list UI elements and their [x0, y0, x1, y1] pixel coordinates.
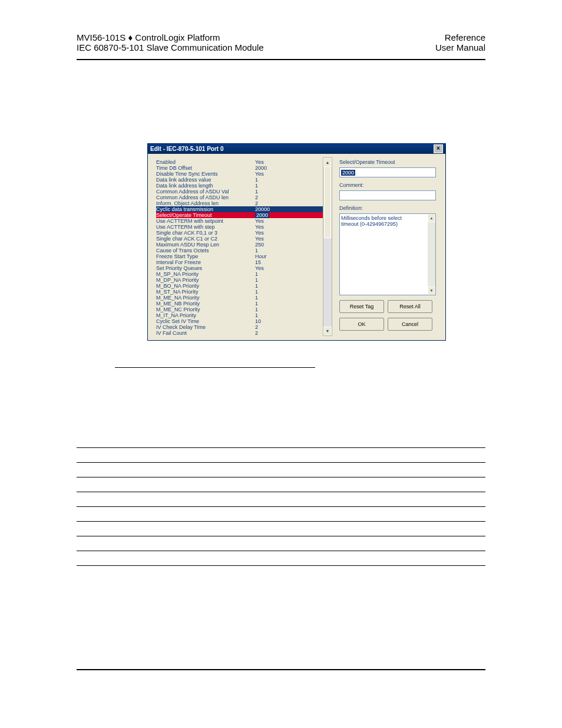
param-value: 1 [255, 183, 290, 189]
param-value: Yes [255, 171, 290, 177]
scroll-thumb[interactable] [324, 166, 331, 238]
param-value: 1 [255, 248, 290, 253]
comment-input[interactable] [339, 190, 436, 200]
dialog-title: Edit - IEC-870-5-101 Port 0 [150, 144, 223, 154]
param-value: 1 [255, 283, 290, 289]
param-label: M_DP_NA Priority [156, 277, 255, 283]
definition-label: Definition: [339, 205, 439, 211]
param-label: Common Address of ASDU len [156, 195, 255, 200]
header-manual: User Manual [435, 42, 485, 52]
param-label: IV Fail Count [156, 330, 255, 336]
param-label: Cyclic data transmission [156, 206, 255, 212]
param-label: Use ACTTERM with step [156, 224, 255, 230]
reset-all-button[interactable]: Reset All [388, 300, 432, 313]
param-value: 1 [255, 289, 290, 295]
page-header: MVI56-101S ♦ ControlLogix Platform IEC 6… [77, 32, 485, 52]
scroll-up-icon[interactable]: ▲ [428, 214, 435, 222]
param-label: Cyclic Set IV Time [156, 318, 255, 324]
param-value: 1 [255, 277, 290, 283]
note-line [77, 433, 485, 448]
close-icon[interactable]: × [434, 144, 443, 153]
note-line [77, 522, 485, 536]
param-label: Cause of Trans Octets [156, 248, 255, 253]
param-label: Maximum ASDU Resp Len [156, 242, 255, 248]
param-value: 20000 [255, 206, 290, 212]
reset-tag-button[interactable]: Reset Tag [339, 300, 384, 313]
param-value: 1 [255, 307, 290, 312]
param-label: Select/Operate Timeout [156, 212, 255, 218]
param-value: 1 [255, 295, 290, 301]
param-label: Interval For Freeze [156, 259, 255, 265]
param-value: Yes [255, 159, 290, 165]
param-label: M_ME_NB Priority [156, 301, 255, 307]
note-line [77, 477, 485, 492]
param-value: 1 [255, 312, 290, 318]
field-name-label: Select/Operate Timeout [339, 159, 439, 165]
param-value: 2 [255, 330, 290, 336]
param-label: Data link address value [156, 177, 255, 183]
section-heading [115, 365, 315, 368]
param-label: M_SP_NA Priority [156, 271, 255, 277]
param-value: Yes [255, 218, 290, 224]
param-label: M_ME_NC Priority [156, 307, 255, 312]
param-value: 1 [255, 301, 290, 307]
definition-scrollbar[interactable]: ▲ ▼ [428, 214, 435, 295]
value-input[interactable]: 2000 [339, 167, 436, 177]
comment-label: Comment: [339, 182, 439, 188]
param-value: 2 [255, 324, 290, 330]
param-label: Use ACTTERM with setpoint [156, 218, 255, 224]
note-line [77, 448, 485, 463]
definition-text: Milliseconds before select [341, 215, 434, 221]
header-product: MVI56-101S ♦ ControlLogix Platform [77, 32, 264, 42]
param-label: Inform. Object Address len [156, 200, 255, 206]
parameter-list[interactable]: EnabledYes Time DB Offset2000 Disable Ti… [151, 157, 324, 336]
notes-lines [77, 433, 485, 566]
param-value: 1 [255, 271, 290, 277]
param-value: 1 [255, 177, 290, 183]
header-module: IEC 60870-5-101 Slave Communication Modu… [77, 42, 264, 52]
list-scrollbar[interactable]: ▲ ▼ [323, 157, 332, 336]
param-value: Yes [255, 224, 290, 230]
param-label: Data link address length [156, 183, 255, 189]
header-reference: Reference [435, 32, 485, 42]
param-value: 2000 [255, 212, 269, 218]
header-right: Reference User Manual [435, 32, 485, 52]
definition-box: Milliseconds before select timeout (0-42… [339, 213, 436, 295]
scroll-up-icon[interactable]: ▲ [323, 158, 332, 167]
dialog-titlebar: Edit - IEC-870-5-101 Port 0 × [148, 144, 445, 154]
detail-panel: Select/Operate Timeout 2000 Comment: Def… [337, 157, 442, 336]
note-line [77, 463, 485, 477]
param-label: Single char ACK C1 or C2 [156, 236, 255, 242]
param-label: Common Address of ASDU Val [156, 189, 255, 195]
param-label: Time DB Offset [156, 165, 255, 171]
ok-button[interactable]: OK [339, 318, 384, 331]
footer-rule [77, 669, 485, 670]
param-label: Single char ACK F0,1 or 3 [156, 230, 255, 236]
cancel-button[interactable]: Cancel [388, 318, 432, 331]
scroll-down-icon[interactable]: ▼ [323, 327, 332, 335]
note-line [77, 536, 485, 551]
param-value: Hour [255, 253, 290, 259]
edit-dialog: Edit - IEC-870-5-101 Port 0 × EnabledYes… [147, 143, 446, 341]
param-label: M_ST_NA Priority [156, 289, 255, 295]
param-label: M_IT_NA Priority [156, 312, 255, 318]
param-value: Yes [255, 230, 290, 236]
param-value: Yes [255, 236, 290, 242]
definition-text: timeout (0-4294967295) [341, 221, 434, 227]
note-line [77, 507, 485, 522]
param-label: Set Priority Queues [156, 265, 255, 271]
param-value: Yes [255, 265, 290, 271]
param-value: 10 [255, 318, 290, 324]
header-rule [77, 59, 485, 60]
scroll-down-icon[interactable]: ▼ [428, 286, 435, 295]
note-line [77, 551, 485, 566]
selected-row[interactable]: Select/Operate Timeout2000 [156, 212, 324, 218]
param-value: 2 [255, 195, 290, 200]
param-label: M_ME_NA Priority [156, 295, 255, 301]
param-label: Freeze Start Type [156, 253, 255, 259]
param-value: 2 [255, 200, 290, 206]
param-value: 250 [255, 242, 290, 248]
param-value: 2000 [255, 165, 290, 171]
param-value: 15 [255, 259, 290, 265]
param-label: M_BO_NA Priority [156, 283, 255, 289]
